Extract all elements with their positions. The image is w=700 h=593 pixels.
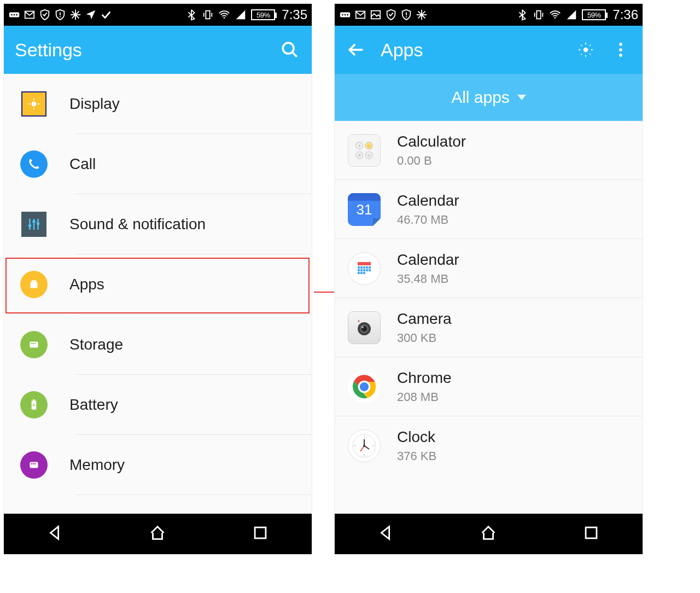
svg-rect-55 — [537, 11, 541, 19]
filter-dropdown[interactable]: All apps — [335, 74, 643, 121]
battery-text: 59% — [256, 11, 270, 19]
svg-rect-29 — [32, 280, 37, 282]
svg-rect-35 — [33, 399, 35, 400]
apps-icon — [19, 270, 49, 299]
vibrate-icon — [202, 9, 214, 21]
sound-icon — [19, 210, 49, 239]
svg-point-60 — [584, 48, 588, 53]
svg-point-44 — [342, 14, 343, 16]
clock-text: 7:35 — [282, 7, 307, 22]
svg-point-62 — [619, 48, 622, 51]
clock-text: 7:36 — [612, 7, 638, 22]
app-size: 376 KB — [397, 449, 436, 463]
nav-home-button[interactable] — [479, 524, 498, 544]
settings-list: Display Call Sound & notification — [4, 74, 312, 514]
image-icon — [370, 9, 382, 21]
settings-item-label: Storage — [69, 336, 123, 353]
battery-icon: 59% — [582, 9, 606, 20]
calendar-stock-icon — [348, 252, 381, 285]
back-button[interactable] — [346, 39, 368, 61]
signal-icon — [565, 9, 578, 21]
app-size: 35.48 MB — [397, 272, 459, 286]
nav-recent-button[interactable] — [251, 524, 270, 544]
svg-rect-77 — [369, 266, 371, 269]
svg-point-26 — [32, 220, 36, 223]
more-vert-icon — [611, 40, 630, 59]
apps-list: +C×= Calculator 0.00 B 31 Calendar 46.70… — [335, 121, 643, 514]
phone-settings: 59% 7:35 Settings Display — [3, 3, 312, 555]
svg-rect-74 — [360, 266, 363, 269]
search-button[interactable] — [279, 39, 301, 61]
app-row-calculator[interactable]: +C×= Calculator 0.00 B — [335, 121, 643, 180]
page-title: Settings — [15, 39, 266, 61]
svg-point-27 — [37, 222, 40, 225]
android-navbar — [335, 514, 643, 554]
settings-item-memory[interactable]: Memory — [4, 435, 312, 495]
status-bar: 59% 7:36 — [335, 4, 643, 26]
svg-rect-75 — [363, 266, 365, 269]
wifi-icon — [218, 9, 230, 21]
app-name: Calculator — [397, 133, 466, 150]
app-row-calendar-stock[interactable]: Calendar 35.48 MB — [335, 239, 643, 298]
vibrate-icon — [533, 9, 545, 21]
call-icon — [19, 149, 49, 179]
clock-icon — [348, 429, 381, 462]
svg-rect-28 — [31, 282, 38, 288]
svg-rect-40 — [34, 463, 36, 464]
phone-apps: 59% 7:36 Apps All apps +C×= — [334, 3, 643, 555]
svg-rect-37 — [30, 462, 38, 468]
app-name: Chrome — [397, 369, 452, 387]
shield-alert-icon — [54, 9, 66, 21]
svg-text:+: + — [32, 402, 36, 408]
app-row-clock[interactable]: Clock 376 KB — [335, 416, 643, 475]
svg-rect-72 — [358, 262, 371, 265]
shield-check-icon — [385, 9, 397, 21]
svg-text:×: × — [358, 153, 361, 158]
svg-rect-32 — [33, 343, 34, 344]
settings-item-apps[interactable]: Apps — [4, 254, 312, 315]
svg-rect-76 — [366, 266, 368, 269]
app-size: 0.00 B — [397, 154, 466, 168]
bluetooth-icon — [185, 9, 197, 21]
nav-back-button[interactable] — [377, 524, 395, 544]
settings-item-sound[interactable]: Sound & notification — [4, 194, 312, 254]
bluetooth-icon — [516, 9, 528, 21]
settings-item-battery[interactable]: + Battery — [4, 375, 312, 435]
nav-recent-button[interactable] — [582, 524, 600, 544]
svg-rect-85 — [363, 272, 365, 274]
page-title: Apps — [381, 39, 562, 61]
shield-check-icon — [39, 9, 51, 21]
svg-rect-31 — [31, 343, 32, 344]
svg-point-17 — [31, 101, 36, 106]
svg-rect-38 — [31, 463, 32, 464]
svg-line-16 — [292, 52, 297, 57]
svg-point-46 — [347, 14, 348, 16]
appbar-settings: Settings — [4, 26, 312, 74]
overflow-button[interactable] — [610, 39, 632, 61]
nav-home-button[interactable] — [148, 524, 167, 544]
nav-back-button[interactable] — [46, 524, 65, 544]
settings-item-label: Display — [69, 95, 120, 113]
settings-item-display[interactable]: Display — [4, 74, 312, 134]
app-row-camera[interactable]: Camera 300 KB — [335, 298, 643, 357]
svg-rect-11 — [206, 11, 210, 19]
svg-rect-80 — [363, 269, 365, 271]
search-icon — [281, 40, 299, 59]
settings-button[interactable] — [575, 39, 597, 61]
svg-rect-79 — [360, 269, 363, 271]
svg-rect-82 — [369, 269, 371, 271]
app-name: Calendar — [397, 251, 459, 269]
chrome-icon — [348, 370, 381, 403]
settings-item-storage[interactable]: Storage — [4, 315, 312, 375]
snowflake-icon — [69, 9, 81, 21]
app-row-calendar-google[interactable]: 31 Calendar 46.70 MB — [335, 180, 643, 239]
memory-icon — [19, 450, 49, 480]
settings-item-call[interactable]: Call — [4, 134, 312, 194]
svg-point-63 — [619, 54, 622, 57]
svg-rect-73 — [358, 266, 360, 269]
app-row-chrome[interactable]: Chrome 208 MB — [335, 357, 643, 416]
app-size: 208 MB — [397, 390, 452, 404]
svg-rect-39 — [33, 463, 34, 464]
shield-alert-icon — [400, 9, 412, 21]
more-icon — [8, 9, 20, 21]
